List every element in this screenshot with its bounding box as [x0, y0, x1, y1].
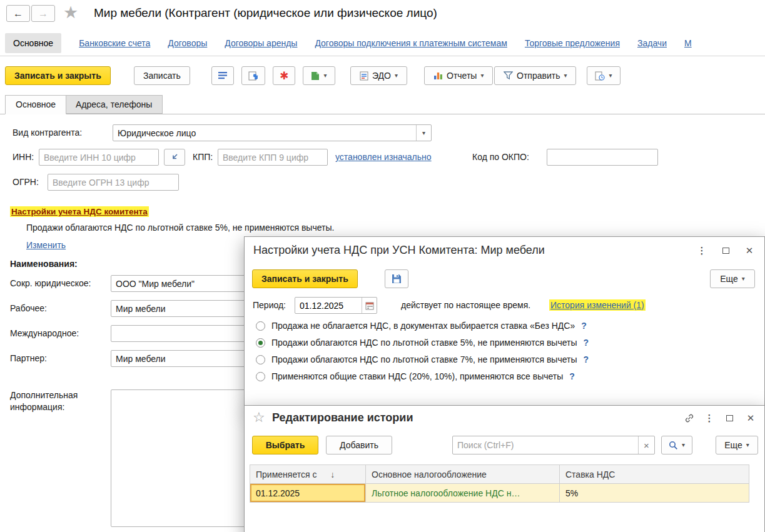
table-row[interactable]: 01.12.2025 Льготное налогообложение НДС …	[250, 484, 749, 503]
vat-save-and-close-button[interactable]: Записать и закрыть	[252, 269, 358, 288]
nav-item-truncated[interactable]: М	[684, 38, 692, 48]
cell-taxation[interactable]: Льготное налогообложение НДС н…	[366, 484, 560, 503]
vat-save-button[interactable]	[385, 269, 408, 288]
history-more-label: Еще	[724, 440, 742, 450]
forward-button[interactable]: →	[31, 5, 55, 22]
column-header-vat-rate[interactable]: Ставка НДС	[560, 465, 749, 484]
okpo-input[interactable]	[547, 149, 658, 166]
period-calendar-button[interactable]	[362, 298, 377, 313]
maximize-icon[interactable]	[717, 243, 734, 258]
nav-item-bank-accounts[interactable]: Банковские счета	[79, 38, 150, 48]
vat-change-link[interactable]: Изменить	[26, 240, 66, 250]
create-based-on-button[interactable]: ▾	[303, 66, 335, 85]
tab-addresses[interactable]: Адреса, телефоны	[65, 95, 163, 114]
period-field[interactable]	[295, 297, 377, 314]
vat-option-2-radio[interactable]	[256, 338, 265, 348]
column-header-taxation[interactable]: Основное налогообложение	[366, 465, 560, 484]
history-changes-link[interactable]: История изменений (1)	[549, 299, 646, 311]
period-input[interactable]	[295, 301, 362, 311]
vat-current-setting-text: Продажи облагаются НДС по льготной ставк…	[26, 223, 334, 233]
fill-by-inn-button[interactable]	[164, 149, 185, 166]
reports-button[interactable]: Отчеты ▾	[424, 66, 493, 85]
close-icon[interactable]: ✕	[742, 411, 759, 426]
maximize-icon[interactable]	[721, 411, 737, 426]
period-label: Период:	[253, 300, 286, 310]
vat-more-button[interactable]: Еще ▾	[710, 269, 755, 288]
short-legal-label: Сокр. юридическое:	[10, 278, 91, 288]
vat-option-row-2: Продажи облагаются НДС по льготной ставк…	[256, 338, 589, 348]
nav-item-contracts[interactable]: Договоры	[168, 38, 207, 48]
period-note: действует по настоящее время.	[401, 300, 530, 310]
open-reference-button[interactable]	[241, 66, 265, 85]
list-button[interactable]	[211, 66, 234, 85]
international-name-label: Международное:	[10, 328, 79, 338]
nav-item-main[interactable]: Основное	[5, 33, 61, 53]
vat-group-title[interactable]: Настройки учета НДС комитента	[10, 206, 149, 217]
nav-panel: Основное Банковские счета Договоры Догов…	[0, 31, 765, 55]
vat-more-label: Еще	[720, 274, 738, 284]
page-title: Мир мебели (Контрагент (юридическое или …	[94, 6, 437, 20]
kpp-initial-link[interactable]: установлен изначально	[335, 152, 432, 162]
back-button[interactable]: ←	[6, 5, 30, 22]
green-document-icon	[311, 71, 320, 81]
save-button[interactable]: Записать	[134, 66, 190, 85]
help-icon[interactable]: ?	[581, 321, 587, 331]
history-dialog-titlebar: ☆ Редактирование истории ⋮ ✕	[245, 406, 764, 432]
help-icon[interactable]: ?	[584, 354, 589, 364]
tab-main[interactable]: Основное	[5, 95, 66, 114]
vat-settings-dialog: Настройки учета НДС при УСН Комитента: М…	[244, 236, 765, 410]
close-icon[interactable]: ✕	[741, 243, 757, 258]
history-select-label: Выбрать	[266, 440, 305, 450]
history-table: Применяется с ↓ Основное налогообложение…	[250, 464, 749, 503]
kind-label: Вид контрагента:	[13, 128, 82, 138]
kind-value: Юридическое лицо	[113, 128, 416, 138]
more-vertical-icon[interactable]: ⋮	[701, 411, 717, 426]
kpp-input[interactable]	[218, 149, 328, 166]
nav-item-payment-system-contracts[interactable]: Договоры подключения к платежным система…	[315, 38, 507, 48]
vat-option-3-radio[interactable]	[256, 355, 265, 364]
history-search-field[interactable]: ×	[452, 436, 655, 454]
chevron-down-icon: ▾	[609, 73, 612, 79]
cell-vat-rate[interactable]: 5%	[560, 484, 749, 503]
nav-item-trade-offers[interactable]: Торговые предложения	[525, 38, 620, 48]
ogrn-input[interactable]	[48, 174, 179, 191]
search-clear-button[interactable]: ×	[638, 436, 654, 454]
vat-option-4-radio[interactable]	[256, 372, 265, 381]
vat-option-1-radio[interactable]	[256, 321, 265, 331]
history-select-button[interactable]: Выбрать	[252, 436, 318, 454]
history-more-button[interactable]: Еще ▾	[716, 436, 758, 454]
help-icon[interactable]: ?	[584, 338, 589, 348]
column-header-applies-from[interactable]: Применяется с ↓	[250, 465, 366, 484]
search-input[interactable]	[453, 437, 638, 453]
link-icon[interactable]	[681, 411, 697, 426]
tabstrip-line	[0, 114, 765, 114]
help-icon[interactable]: ?	[569, 371, 575, 381]
save-and-close-button[interactable]: Записать и закрыть	[5, 66, 111, 85]
chevron-down-icon: ▾	[323, 73, 327, 79]
history-add-button[interactable]: Добавить	[326, 436, 392, 454]
chevron-down-icon: ▾	[564, 73, 567, 79]
inn-input[interactable]	[39, 149, 159, 166]
search-options-button[interactable]: ▾	[661, 436, 692, 454]
chevron-down-icon: ▾	[746, 442, 749, 448]
send-button[interactable]: Отправить ▾	[494, 66, 576, 85]
history-edit-dialog: ☆ Редактирование истории ⋮ ✕ Выбрать Доб…	[244, 405, 765, 532]
vat-option-3-label: Продажи облагаются НДС по льготной ставк…	[271, 354, 577, 364]
top-bar: ← → ★ Мир мебели (Контрагент (юридическо…	[0, 0, 765, 29]
more-vertical-icon[interactable]: ⋮	[694, 243, 710, 258]
asterisk-icon: ✱	[280, 71, 288, 81]
nav-item-tasks[interactable]: Задачи	[637, 38, 667, 48]
discussions-button[interactable]: ✱	[273, 66, 295, 85]
kind-dropdown-button[interactable]: ▾	[416, 125, 431, 141]
edo-button[interactable]: ЭДО ▾	[350, 66, 407, 85]
search-icon	[669, 441, 678, 450]
document-arrow-icon	[248, 71, 259, 81]
kind-combobox[interactable]: Юридическое лицо ▾	[113, 124, 432, 141]
nav-item-rent-contracts[interactable]: Договоры аренды	[225, 38, 297, 48]
cell-applies-from[interactable]: 01.12.2025	[250, 484, 366, 503]
favorite-star-outline-icon[interactable]: ☆	[253, 409, 265, 426]
favorite-star-icon[interactable]: ★	[63, 3, 78, 23]
document-clock-button[interactable]: ▾	[587, 66, 621, 85]
history-dialog-title: Редактирование истории	[272, 411, 413, 424]
save-label: Записать	[143, 71, 181, 81]
